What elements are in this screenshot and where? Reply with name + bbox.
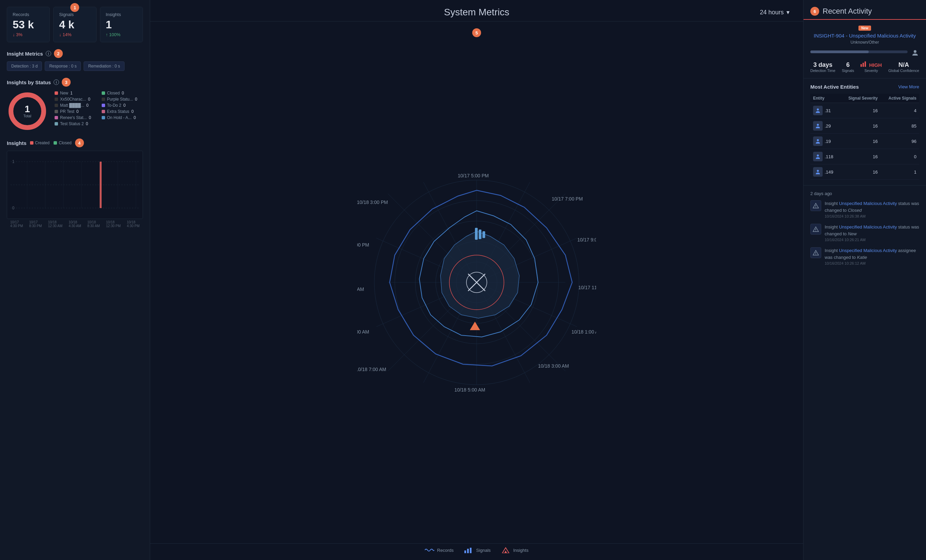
svg-text:10/17 11:00 PM: 10/17 11:00 PM: [578, 285, 596, 290]
activity-link-2[interactable]: Unspecified Malicious Activity: [839, 248, 897, 253]
global-confidence-label: Global Confidence: [888, 69, 919, 72]
detection-pill[interactable]: Detection : 3 d: [7, 61, 42, 71]
chevron-down-icon: ▾: [787, 9, 790, 16]
insights-by-status-info-icon[interactable]: i: [54, 80, 59, 85]
svg-text:10/18 1:00 PM: 10/18 1:00 PM: [357, 242, 369, 248]
legend-count-5: 0: [124, 103, 126, 108]
entity-name-cell-4: .149: [813, 167, 837, 177]
x-label-1: 10/178:30 PM: [29, 220, 42, 228]
activity-text-before-2: Insight: [825, 248, 839, 253]
right-panel-badge: 6: [810, 7, 819, 16]
insight-metrics-info-icon[interactable]: i: [46, 51, 51, 56]
activity-icon-0: [810, 200, 821, 211]
legend-dot-8: [54, 116, 58, 119]
insight-title-link[interactable]: INSIGHT-904 - Unspecified Malicious Acti…: [810, 33, 919, 39]
activity-link-1[interactable]: Unspecified Malicious Activity: [839, 224, 897, 229]
signals-card: 1 Signals 4 k ↓ 14%: [53, 7, 96, 42]
center-title: System Metrics: [444, 7, 509, 18]
chart-footer: Records Signals Insights: [150, 543, 803, 560]
right-panel-title: Recent Activity: [823, 7, 872, 16]
insights-chart-title: Insights: [7, 140, 27, 146]
insight-subtitle: Unknown/Other: [810, 40, 919, 45]
radar-chart: 10/17 5:00 PM 10/17 7:00 PM 10/17 9:00 P…: [357, 163, 596, 402]
svg-point-70: [816, 207, 816, 208]
entities-header: Most Active Entities View More: [810, 84, 919, 90]
legend-count-7: 0: [132, 109, 134, 114]
svg-rect-7: [100, 162, 102, 208]
records-label: Records: [13, 12, 44, 17]
records-value: 53 k: [13, 19, 44, 30]
legend-label-1: Closed: [107, 91, 120, 95]
activity-text-1: Insight Unspecified Malicious Activity s…: [825, 224, 919, 237]
insights-card: Insights 1 ↑ 100%: [100, 7, 143, 42]
center-panel: System Metrics 24 hours ▾ 5: [150, 0, 803, 560]
activity-section: 2 days ago Insight Unspecified Malicious…: [803, 186, 926, 276]
svg-text:1: 1: [12, 159, 15, 165]
legend-item-9: On Hold - A... 0: [102, 115, 143, 120]
insights-chart-header: Insights: [7, 140, 27, 146]
severity-bars-icon: [861, 61, 866, 67]
entity-avatar-3: [813, 152, 823, 162]
right-header: 6 Recent Activity: [803, 0, 926, 20]
table-row-2: .19 16 96: [810, 134, 919, 149]
entity-name-cell-3: .118: [813, 152, 837, 162]
footer-records-label: Records: [437, 548, 454, 553]
svg-point-64: [817, 124, 819, 126]
activity-item-1: Insight Unspecified Malicious Activity s…: [810, 224, 919, 242]
activity-text-0: Insight Unspecified Malicious Activity s…: [825, 200, 919, 213]
entity-cell-4: .149: [810, 165, 840, 180]
legend-label-5: To-Do 2: [107, 103, 121, 108]
insights-label: Insights: [106, 12, 137, 17]
entity-name-cell-1: .29: [813, 121, 837, 131]
entity-name-1: .29: [825, 124, 831, 128]
insight-metrics-section: Insight Metrics i 2 Detection : 3 d Resp…: [7, 49, 143, 71]
svg-rect-41: [475, 228, 478, 240]
activity-text-before-0: Insight: [825, 201, 839, 206]
legend-dot-3: [102, 98, 105, 101]
main-layout: Records 53 k ↓ 3% 1 Signals 4 k ↓ 14% In…: [0, 0, 926, 560]
footer-records: Records: [425, 547, 454, 553]
triangle-icon: [501, 547, 510, 553]
severity-cell-4: 16: [840, 165, 880, 180]
activity-timestamp-2: 10/16/2024 10:26:12 AM: [825, 261, 919, 265]
legend-item-7: Extra Status 0: [102, 109, 143, 114]
signals-label: Signals: [59, 12, 91, 17]
time-selector[interactable]: 24 hours ▾: [760, 9, 790, 16]
svg-text:10/18 1:00 AM: 10/18 1:00 AM: [572, 329, 596, 335]
signals-cell-4: 1: [880, 165, 919, 180]
activity-link-0[interactable]: Unspecified Malicious Activity: [839, 201, 897, 206]
svg-point-76: [816, 254, 816, 255]
svg-text:10/18 7:00 AM: 10/18 7:00 AM: [357, 367, 386, 372]
legend-count-4: 0: [86, 103, 89, 108]
entity-cell-1: .29: [810, 118, 840, 134]
legend-label-8: Renee's Stat...: [60, 115, 87, 120]
x-label-4: 10/188:30 AM: [87, 220, 100, 228]
svg-point-73: [816, 231, 816, 231]
legend-dot-10: [54, 122, 58, 125]
records-card: Records 53 k ↓ 3%: [7, 7, 50, 42]
view-more-link[interactable]: View More: [898, 84, 919, 89]
footer-signals-label: Signals: [476, 548, 491, 553]
legend-label-7: Extra Status: [107, 109, 129, 114]
insight-progress-bar: [810, 50, 908, 53]
global-confidence-value: N/A: [888, 61, 919, 69]
entity-name-3: .118: [825, 154, 833, 159]
insight-card: New INSIGHT-904 - Unspecified Malicious …: [803, 20, 926, 78]
chart-legend: Created Closed: [30, 140, 72, 145]
radar-container: 5: [150, 21, 803, 543]
remediation-pill[interactable]: Remediation : 0 s: [83, 61, 124, 71]
bar-icon: [464, 547, 473, 553]
response-pill[interactable]: Response : 0 s: [45, 61, 81, 71]
legend-dot-1: [102, 91, 105, 95]
svg-marker-61: [504, 551, 507, 553]
svg-text:10/18 9:00 AM: 10/18 9:00 AM: [357, 329, 369, 335]
x-label-6: 10/184:30 PM: [127, 220, 139, 228]
insights-by-status-title: Insights by Status: [7, 80, 51, 85]
svg-point-66: [817, 154, 819, 157]
svg-rect-43: [483, 231, 485, 238]
table-row-1: .29 16 85: [810, 118, 919, 134]
signals-item: 6 Signals: [842, 61, 854, 72]
insight-metrics-title: Insight Metrics: [7, 51, 43, 57]
created-label: Created: [35, 140, 50, 145]
activity-text-before-1: Insight: [825, 224, 839, 229]
